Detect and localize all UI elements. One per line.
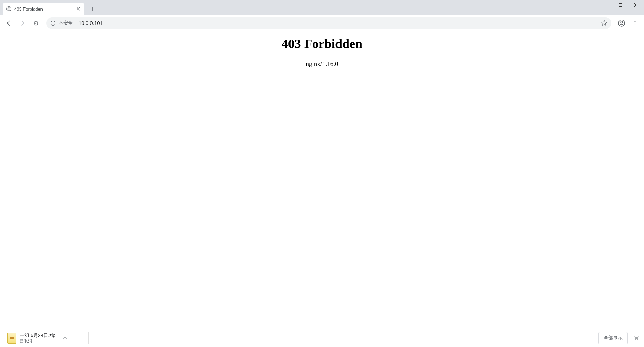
show-all-downloads-button[interactable]: 全部显示 [598,332,628,344]
window-close-button[interactable] [628,0,644,10]
server-info: nginx/1.16.0 [0,60,644,68]
download-menu-button[interactable] [60,333,70,343]
svg-point-12 [53,22,53,22]
divider [0,56,644,56]
url-text: 10.0.0.101 [79,20,103,26]
tab-title: 403 Forbidden [14,6,73,12]
plus-icon [90,6,95,11]
reload-icon [33,20,39,26]
download-info: 一组 6月24日.zip 已取消 [20,333,55,343]
back-button[interactable] [3,17,15,29]
info-icon[interactable] [50,20,56,26]
browser-menu-button[interactable] [629,17,641,29]
error-heading: 403 Forbidden [0,36,644,51]
new-tab-button[interactable] [88,4,97,14]
downloads-bar-close-button[interactable] [630,332,643,344]
globe-icon [6,6,12,12]
download-status: 已取消 [20,338,55,343]
profile-button[interactable] [615,17,628,29]
browser-toolbar: 不安全 10.0.0.101 [0,15,644,31]
forward-button[interactable] [16,17,29,29]
person-icon [618,20,625,27]
window-minimize-button[interactable] [597,0,613,10]
download-filename: 一组 6月24日.zip [20,333,55,338]
address-bar[interactable]: 不安全 10.0.0.101 [46,17,611,29]
divider [88,332,89,344]
svg-point-18 [635,24,636,25]
security-label: 不安全 [59,20,76,26]
browser-tab[interactable]: 403 Forbidden [3,3,84,15]
close-icon [77,7,80,11]
svg-point-16 [635,21,636,22]
window-controls [597,0,644,10]
zip-file-icon [7,333,16,344]
downloads-bar: 一组 6月24日.zip 已取消 全部显示 [0,329,644,347]
window-maximize-button[interactable] [613,0,628,10]
reload-button[interactable] [30,17,42,29]
close-icon [634,3,638,7]
arrow-left-icon [6,20,12,26]
svg-point-17 [635,22,636,23]
download-item[interactable]: 一组 6月24日.zip 已取消 [4,331,86,346]
close-icon [634,336,639,340]
svg-point-15 [621,21,623,23]
tab-bar: 403 Forbidden [0,0,644,15]
tab-close-button[interactable] [76,6,81,12]
page-content: 403 Forbidden nginx/1.16.0 [0,31,644,329]
bookmark-button[interactable] [601,20,607,26]
svg-rect-1 [619,4,622,7]
maximize-icon [618,3,623,7]
chevron-up-icon [63,336,67,340]
arrow-right-icon [19,20,26,26]
kebab-menu-icon [632,20,638,26]
star-icon [601,20,607,26]
minimize-icon [603,3,607,7]
